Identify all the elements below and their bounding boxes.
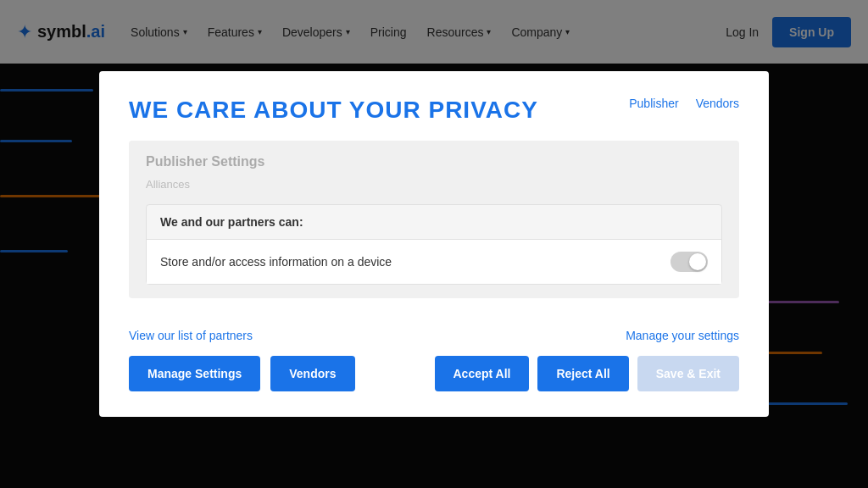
- modal-header: WE CARE ABOUT YOUR PRIVACY Publisher Ven…: [129, 97, 739, 124]
- modal-footer: Manage Settings Vendors Accept All Rejec…: [129, 349, 739, 391]
- toggle-thumb: [689, 253, 706, 270]
- manage-settings-button[interactable]: Manage Settings: [129, 356, 260, 391]
- accept-all-button[interactable]: Accept All: [435, 356, 530, 391]
- footer-left-buttons: Manage Settings Vendors: [129, 356, 355, 391]
- tab-publisher[interactable]: Publisher: [629, 97, 678, 110]
- publisher-section: Publisher Settings Alliances We and our …: [129, 141, 739, 298]
- links-row: View our list of partners Manage your se…: [129, 315, 739, 349]
- partner-toggle[interactable]: [670, 252, 708, 272]
- footer-right-buttons: Accept All Reject All Save & Exit: [435, 356, 740, 391]
- modal-title: WE CARE ABOUT YOUR PRIVACY: [129, 97, 538, 124]
- manage-settings-link[interactable]: Manage your settings: [626, 329, 739, 342]
- reject-all-button[interactable]: Reject All: [537, 356, 628, 391]
- vendors-button[interactable]: Vendors: [270, 356, 354, 391]
- save-exit-button[interactable]: Save & Exit: [637, 356, 739, 391]
- view-partners-link[interactable]: View our list of partners: [129, 329, 253, 342]
- modal-tabs: Publisher Vendors: [629, 97, 739, 110]
- privacy-modal: WE CARE ABOUT YOUR PRIVACY Publisher Ven…: [99, 71, 769, 417]
- partner-row-text: Store and/or access information on a dev…: [160, 255, 392, 269]
- tab-vendors[interactable]: Vendors: [696, 97, 739, 110]
- partners-header: We and our partners can:: [147, 205, 721, 240]
- publisher-subtitle: Alliances: [146, 178, 722, 191]
- partners-section: We and our partners can: Store and/or ac…: [146, 204, 722, 285]
- partner-row: Store and/or access information on a dev…: [147, 240, 721, 284]
- publisher-settings-title: Publisher Settings: [146, 154, 722, 169]
